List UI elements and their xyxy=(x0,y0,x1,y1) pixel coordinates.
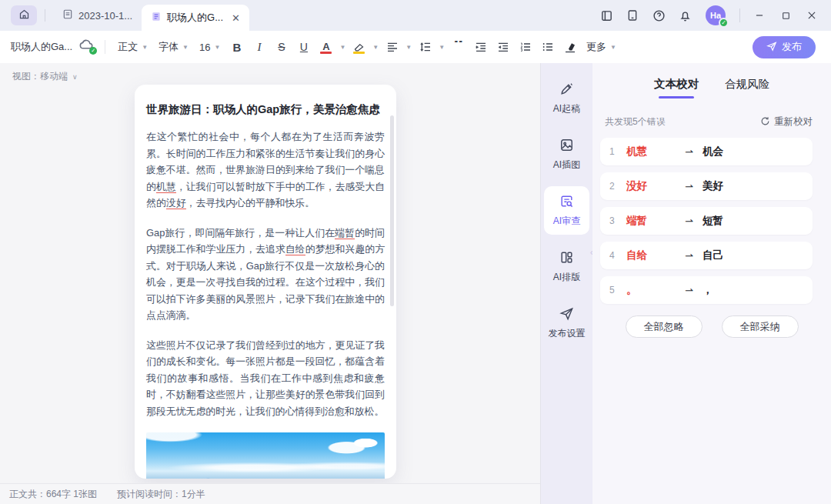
rail-item-ai-review[interactable]: AI审查 xyxy=(544,186,589,235)
sidebar-panel-icon[interactable] xyxy=(595,5,618,26)
recheck-button[interactable]: 重新校对 xyxy=(760,115,813,129)
tab-recent-doc[interactable]: 2023-10-1... xyxy=(53,0,142,31)
doc-name[interactable]: 职场人的Ga... xyxy=(11,40,72,54)
align-dropdown[interactable]: ▼ xyxy=(404,41,413,54)
document-icon xyxy=(151,11,162,25)
titlebar: 2023-10-1... 职场人的G... ✕ Ha ✓ xyxy=(0,0,831,31)
tab-compliance-risk[interactable]: 合规风险 xyxy=(725,77,769,98)
help-icon[interactable] xyxy=(647,5,670,26)
strikethrough-button[interactable]: S xyxy=(271,37,292,57)
document-scrollbar[interactable] xyxy=(390,115,394,306)
ai-tool-rail: AI起稿 AI插图 AI审查 AI排版 发布设置 ‹ xyxy=(541,63,592,504)
window-close-button[interactable] xyxy=(800,5,823,26)
divider xyxy=(739,8,740,22)
correction-arrow-icon: ⇀ xyxy=(685,215,693,227)
more-menu[interactable]: 更多▼ xyxy=(582,37,621,57)
publish-button[interactable]: 发布 xyxy=(753,36,816,58)
divider xyxy=(45,9,45,22)
error-list: 1 机慧 ⇀ 机会 2 没好 ⇀ 美好 3 端暂 ⇀ 短暂 4 自给 ⇀ 自 xyxy=(592,138,831,304)
unordered-list-button[interactable] xyxy=(537,37,558,57)
paragraph-style-select[interactable]: 正文▼ xyxy=(113,37,152,57)
ordered-list-button[interactable] xyxy=(515,37,536,57)
tab-active-doc[interactable]: 职场人的G... ✕ xyxy=(142,5,249,31)
align-button[interactable] xyxy=(382,37,402,57)
tab-text-proofread[interactable]: 文本校对 xyxy=(654,77,699,98)
correction-arrow-icon: ⇀ xyxy=(685,146,693,158)
image-icon xyxy=(559,138,574,155)
tab-close-icon[interactable]: ✕ xyxy=(232,12,240,24)
window-maximize-button[interactable] xyxy=(774,5,797,26)
window-minimize-button[interactable] xyxy=(748,5,771,26)
chevron-down-icon: ▼ xyxy=(339,44,345,51)
highlight-dropdown[interactable]: ▼ xyxy=(371,41,380,54)
verified-check-icon: ✓ xyxy=(719,18,729,28)
sky-landscape-photo[interactable] xyxy=(146,432,385,479)
underline-button[interactable]: U xyxy=(293,37,314,57)
chevron-down-icon: ▼ xyxy=(182,44,189,51)
chevron-down-icon: ▼ xyxy=(405,44,412,51)
doc-paragraph: 这些照片不仅记录了我们曾经到过的地方，更见证了我们的成长和变化。每一张照片都是一… xyxy=(146,337,385,420)
doc-paragraph: 在这个繁忙的社会中，每个人都在为了生活而奔波劳累。长时间的工作压力和紧张的生活节… xyxy=(146,129,385,212)
doc-paragraph: Gap旅行，即间隔年旅行，是一种让人们在端暂的时间内摆脱工作和学业压力，去追求自… xyxy=(146,225,385,324)
highlight-button[interactable] xyxy=(349,37,369,57)
font-size-select[interactable]: 16▼ xyxy=(195,38,225,56)
font-color-dropdown[interactable]: ▼ xyxy=(338,41,347,54)
doc-review-icon xyxy=(559,194,574,211)
accept-all-button[interactable]: 全部采纳 xyxy=(722,315,799,338)
clear-format-button[interactable] xyxy=(559,37,580,57)
tab-label: 2023-10-1... xyxy=(78,10,132,22)
paper-plane-icon xyxy=(559,306,574,323)
rail-item-ai-draft[interactable]: AI起稿 xyxy=(544,74,589,122)
line-spacing-dropdown[interactable]: ▼ xyxy=(437,41,446,54)
send-icon xyxy=(766,41,777,54)
blockquote-button[interactable]: “ xyxy=(448,37,469,57)
home-icon xyxy=(18,8,30,23)
titlebar-right: Ha ✓ xyxy=(595,5,831,26)
chevron-down-icon: ▼ xyxy=(142,44,148,51)
home-button[interactable] xyxy=(11,5,37,25)
error-count-summary: 共发现5个错误 xyxy=(605,115,666,129)
error-word[interactable]: 机慧 xyxy=(156,181,176,193)
error-word[interactable]: 端暂 xyxy=(335,227,355,239)
indent-increase-button[interactable] xyxy=(470,37,491,57)
error-row[interactable]: 4 自给 ⇀ 自己 xyxy=(600,242,813,269)
font-color-swatch xyxy=(320,52,332,54)
correction-arrow-icon: ⇀ xyxy=(685,181,693,192)
doc-title: 世界旅游日：职场人的Gap旅行，美景治愈焦虑 xyxy=(146,102,385,117)
document-icon xyxy=(62,8,73,22)
user-avatar[interactable]: Ha ✓ xyxy=(706,5,726,25)
correction-arrow-icon: ⇀ xyxy=(685,250,693,262)
error-row[interactable]: 3 端暂 ⇀ 短暂 xyxy=(600,207,813,235)
font-family-select[interactable]: 字体▼ xyxy=(154,37,193,57)
rail-item-ai-layout[interactable]: AI排版 xyxy=(544,242,589,291)
document-preview-card[interactable]: 世界旅游日：职场人的Gap旅行，美景治愈焦虑 在这个繁忙的社会中，每个人都在为了… xyxy=(135,85,396,479)
chevron-down-icon: ▼ xyxy=(215,44,221,51)
layout-icon xyxy=(559,250,574,267)
chevron-down-icon: ▼ xyxy=(439,44,445,51)
italic-button[interactable]: I xyxy=(249,37,269,57)
view-mode-select[interactable]: 视图：移动端 ∨ xyxy=(12,70,78,83)
reader-mode-icon[interactable] xyxy=(621,5,644,26)
error-row[interactable]: 2 没好 ⇀ 美好 xyxy=(600,172,813,200)
ignore-all-button[interactable]: 全部忽略 xyxy=(626,315,703,338)
error-row[interactable]: 1 机慧 ⇀ 机会 xyxy=(600,138,813,165)
rail-item-ai-illustration[interactable]: AI插图 xyxy=(544,130,589,179)
status-bar: 正文共：664字 1张图 预计阅读时间：1分半 xyxy=(0,483,540,504)
proofread-panel: 文本校对 合规风险 共发现5个错误 重新校对 1 机慧 ⇀ 机会 2 没好 ⇀ xyxy=(592,63,831,504)
chevron-down-icon: ▼ xyxy=(372,44,379,51)
editor-canvas: 视图：移动端 ∨ 世界旅游日：职场人的Gap旅行，美景治愈焦虑 在这个繁忙的社会… xyxy=(0,63,540,483)
rail-item-publish-settings[interactable]: 发布设置 xyxy=(544,299,589,347)
tab-label: 职场人的G... xyxy=(167,11,223,25)
error-word[interactable]: 自给 xyxy=(285,243,305,255)
error-word[interactable]: 没好 xyxy=(166,197,186,209)
error-row[interactable]: 5 。 ⇀ ， xyxy=(600,276,813,304)
line-spacing-button[interactable] xyxy=(415,37,436,57)
font-color-button[interactable]: A xyxy=(315,37,336,57)
refresh-icon xyxy=(760,116,770,129)
bold-button[interactable]: B xyxy=(226,37,247,57)
indent-decrease-button[interactable] xyxy=(492,37,513,57)
highlight-color-swatch xyxy=(353,52,365,54)
notification-bell-icon[interactable] xyxy=(673,5,696,26)
mountain-silhouette xyxy=(146,474,385,479)
panel-tabs: 文本校对 合规风险 xyxy=(592,77,831,98)
